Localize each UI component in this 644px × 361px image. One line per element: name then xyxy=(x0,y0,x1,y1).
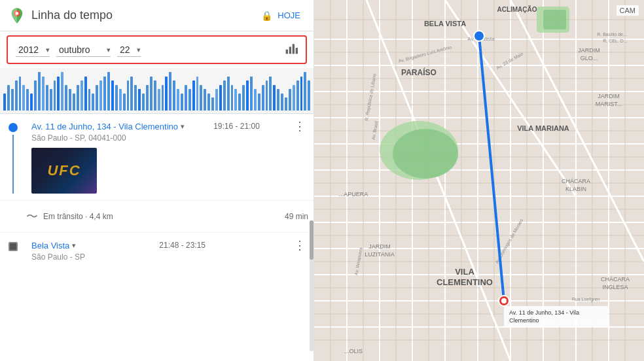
photo-thumb-1[interactable]: UFC xyxy=(31,148,97,194)
bar-9[interactable] xyxy=(38,72,41,111)
bar-13[interactable] xyxy=(54,80,56,111)
bar-61[interactable] xyxy=(238,94,241,111)
bar-54[interactable] xyxy=(211,97,214,111)
bar-56[interactable] xyxy=(219,85,222,111)
bar-67[interactable] xyxy=(262,85,264,111)
bar-57[interactable] xyxy=(223,80,226,111)
bar-0[interactable] xyxy=(3,94,6,111)
bar-19[interactable] xyxy=(77,85,79,111)
bar-69[interactable] xyxy=(269,77,272,111)
day-select[interactable]: 22 21 23 xyxy=(117,43,141,57)
bar-22[interactable] xyxy=(88,89,91,111)
month-select[interactable]: outubro janeiro novembro xyxy=(56,43,111,57)
bar-58[interactable] xyxy=(227,77,230,111)
svg-rect-56 xyxy=(543,10,566,29)
bar-68[interactable] xyxy=(266,80,268,111)
bar-62[interactable] xyxy=(242,85,245,111)
bar-49[interactable] xyxy=(192,80,195,111)
bar-73[interactable] xyxy=(285,97,287,111)
bar-44[interactable] xyxy=(173,80,175,111)
bar-24[interactable] xyxy=(96,85,98,111)
bar-40[interactable] xyxy=(158,89,160,111)
bar-25[interactable] xyxy=(99,80,102,111)
map-svg: BELA VISTA ACLIMAÇÃO PARAÍSO VILA MARIAN… xyxy=(314,0,644,361)
location-name-1[interactable]: Av. 11 de Junho, 134 - Vila Clementino ▾ xyxy=(31,122,185,131)
bar-76[interactable] xyxy=(296,80,299,111)
bar-32[interactable] xyxy=(127,80,130,111)
bar-12[interactable] xyxy=(50,89,52,111)
bar-28[interactable] xyxy=(111,80,114,111)
bar-31[interactable] xyxy=(123,94,126,111)
bar-14[interactable] xyxy=(57,77,60,111)
bar-39[interactable] xyxy=(154,80,156,111)
svg-text:Clementino: Clementino xyxy=(509,317,539,324)
bar-21[interactable] xyxy=(84,77,87,111)
bar-59[interactable] xyxy=(231,85,234,111)
chart-icon-button[interactable] xyxy=(285,42,298,58)
bar-65[interactable] xyxy=(254,89,257,111)
bar-23[interactable] xyxy=(92,94,94,111)
bar-4[interactable] xyxy=(19,77,22,111)
bar-42[interactable] xyxy=(165,77,168,111)
bar-3[interactable] xyxy=(15,80,18,111)
bar-20[interactable] xyxy=(80,80,83,111)
svg-point-54 xyxy=(393,129,458,179)
bar-45[interactable] xyxy=(177,89,179,111)
bar-34[interactable] xyxy=(134,85,137,111)
svg-rect-1 xyxy=(286,49,288,54)
bar-11[interactable] xyxy=(46,85,48,111)
vertical-scrollbar[interactable] xyxy=(310,220,313,351)
bar-43[interactable] xyxy=(169,72,171,111)
bar-70[interactable] xyxy=(273,85,276,111)
year-select[interactable]: 2012 2011 2013 xyxy=(16,43,50,57)
bar-47[interactable] xyxy=(185,85,187,111)
bar-2[interactable] xyxy=(11,89,14,111)
bar-37[interactable] xyxy=(146,85,149,111)
bar-78[interactable] xyxy=(304,72,306,111)
more-button-2[interactable]: ⋮ xyxy=(291,239,308,251)
bar-1[interactable] xyxy=(7,85,10,111)
bar-7[interactable] xyxy=(30,94,33,111)
bar-18[interactable] xyxy=(73,94,75,111)
bar-64[interactable] xyxy=(250,77,253,111)
bar-30[interactable] xyxy=(119,89,122,111)
bar-74[interactable] xyxy=(289,89,291,111)
bar-48[interactable] xyxy=(188,89,191,111)
bar-77[interactable] xyxy=(300,77,303,111)
hoje-button[interactable]: HOJE xyxy=(272,8,306,23)
bar-63[interactable] xyxy=(246,80,249,111)
bar-27[interactable] xyxy=(107,72,110,111)
timeline-content[interactable]: Av. 11 de Junho, 134 - Vila Clementino ▾… xyxy=(0,114,313,361)
bar-8[interactable] xyxy=(34,80,37,111)
bar-10[interactable] xyxy=(42,77,45,111)
location-name-2[interactable]: Bela Vista ▾ xyxy=(31,241,76,250)
bar-6[interactable] xyxy=(26,89,29,111)
bar-29[interactable] xyxy=(115,85,118,111)
bar-17[interactable] xyxy=(69,89,71,111)
bar-60[interactable] xyxy=(234,89,237,111)
bar-52[interactable] xyxy=(204,89,206,111)
bar-5[interactable] xyxy=(22,85,25,111)
month-select-wrapper: outubro janeiro novembro xyxy=(56,43,111,57)
bar-15[interactable] xyxy=(61,72,63,111)
bar-79[interactable] xyxy=(308,80,310,111)
bar-66[interactable] xyxy=(258,94,260,111)
bar-38[interactable] xyxy=(150,77,152,111)
bar-71[interactable] xyxy=(277,89,279,111)
bar-26[interactable] xyxy=(103,77,106,111)
bar-33[interactable] xyxy=(130,77,133,111)
bar-55[interactable] xyxy=(215,89,218,111)
bar-46[interactable] xyxy=(181,94,183,111)
bar-16[interactable] xyxy=(65,85,67,111)
bar-50[interactable] xyxy=(196,77,199,111)
bar-51[interactable] xyxy=(200,85,202,111)
more-button-1[interactable]: ⋮ xyxy=(291,120,308,132)
bar-53[interactable] xyxy=(207,94,210,111)
bar-72[interactable] xyxy=(281,94,283,111)
bar-41[interactable] xyxy=(162,85,164,111)
bar-35[interactable] xyxy=(138,89,141,111)
bar-36[interactable] xyxy=(142,94,145,111)
bar-75[interactable] xyxy=(293,85,295,111)
day-select-wrapper: 22 21 23 xyxy=(117,43,141,57)
svg-text:LUZITANIA: LUZITANIA xyxy=(365,251,394,258)
